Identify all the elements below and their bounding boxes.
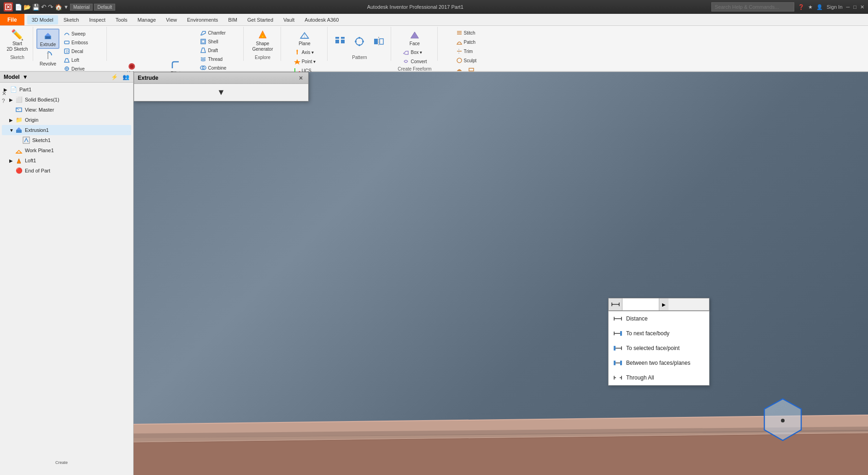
tab-sketch[interactable]: Sketch bbox=[59, 15, 84, 24]
sweep-button[interactable]: Sweep bbox=[61, 30, 104, 38]
dropdown-item-distance[interactable]: Distance bbox=[609, 311, 709, 326]
svg-rect-28 bbox=[341, 37, 345, 39]
tab-3d-model[interactable]: 3D Model bbox=[27, 15, 58, 24]
distance-popup: 7.5 in ▶ Distance To next face/body bbox=[608, 298, 710, 386]
tab-environments[interactable]: Environments bbox=[182, 15, 223, 24]
home-icon[interactable]: 🏠 bbox=[55, 4, 62, 11]
dropdown-item-between[interactable]: Between two faces/planes bbox=[609, 356, 709, 370]
distance-input-field[interactable]: 7.5 in bbox=[622, 298, 659, 310]
loft-button[interactable]: Loft bbox=[61, 56, 104, 64]
revolve-button[interactable]: Revolve bbox=[36, 49, 59, 67]
tree-item-part1[interactable]: ▶ 📄 Part1 bbox=[2, 84, 131, 95]
point-button[interactable]: Point ▾ bbox=[292, 57, 318, 65]
filter-icon[interactable]: ⚡ bbox=[111, 74, 118, 80]
convert-button[interactable]: Convert bbox=[400, 57, 428, 65]
viewport[interactable]: Extrude × ▼ bbox=[134, 72, 868, 475]
svg-rect-2 bbox=[46, 36, 50, 39]
sketch-group-label: Sketch bbox=[10, 54, 24, 60]
emboss-button[interactable]: Emboss bbox=[61, 38, 104, 47]
tree-item-origin[interactable]: ▶ 📁 Origin bbox=[2, 115, 131, 125]
face-button[interactable]: Face bbox=[403, 29, 426, 47]
dropdown-item-through-all[interactable]: Through All bbox=[609, 370, 709, 385]
maximize-btn[interactable]: □ bbox=[853, 4, 856, 10]
file-button[interactable]: File bbox=[0, 14, 24, 25]
between-label: Between two faces/planes bbox=[626, 360, 690, 366]
tab-manage[interactable]: Manage bbox=[133, 15, 161, 24]
dropdown-item-to-selected[interactable]: To selected face/point bbox=[609, 341, 709, 356]
shell-button[interactable]: Shell bbox=[198, 37, 240, 46]
tab-view[interactable]: View bbox=[161, 15, 182, 24]
plane-button[interactable]: Plane bbox=[293, 29, 316, 47]
pattern-circ-button[interactable] bbox=[350, 29, 369, 54]
tree-item-extrusion1[interactable]: ▼ Extrusion1 bbox=[2, 125, 131, 135]
tree-item-view-master[interactable]: ▶ View: Master bbox=[2, 105, 131, 115]
save-icon[interactable]: 💾 bbox=[32, 4, 40, 11]
extrude-dialog-close[interactable]: × bbox=[297, 74, 305, 82]
close-btn[interactable]: ✕ bbox=[860, 4, 864, 10]
thread-button[interactable]: Thread bbox=[198, 55, 240, 63]
sculpt-button[interactable]: Sculpt bbox=[454, 56, 479, 65]
users-icon[interactable]: 👥 bbox=[123, 74, 129, 80]
combine-button[interactable]: Combine bbox=[198, 64, 240, 72]
shell-label: Shell bbox=[208, 39, 218, 44]
tree-item-work-plane1[interactable]: ▶ Work Plane1 bbox=[2, 145, 131, 155]
dropdown-item-to-next[interactable]: To next face/body bbox=[609, 326, 709, 341]
dropdown-icon[interactable]: ▼ bbox=[64, 4, 69, 10]
to-next-label: To next face/body bbox=[626, 330, 669, 337]
extrude-button[interactable]: Extrude bbox=[36, 29, 59, 49]
shell-icon bbox=[199, 38, 207, 45]
redo-icon[interactable]: ↷ bbox=[48, 3, 53, 11]
stitch-button[interactable]: Stitch bbox=[454, 29, 477, 37]
chamfer-button[interactable]: Chamfer bbox=[198, 29, 240, 37]
tree-item-solid-bodies[interactable]: ▶ ⬜ Solid Bodies(1) bbox=[2, 95, 131, 105]
point-icon bbox=[293, 58, 301, 65]
freeform-items: Face Box ▾ Convert bbox=[400, 28, 428, 65]
work-features-items: Plane Axis ▾ Point ▾ bbox=[292, 28, 318, 75]
shape-generator-label: ShapeGenerator bbox=[252, 41, 273, 52]
shape-generator-button[interactable]: ShapeGenerator bbox=[247, 28, 277, 54]
tree-item-end-of-part[interactable]: ▶ 🔴 End of Part bbox=[2, 166, 131, 176]
mirror-button[interactable] bbox=[369, 35, 388, 48]
explore-group-label: Explore bbox=[255, 54, 270, 60]
help-icon[interactable]: ❓ bbox=[798, 4, 804, 10]
decal-button[interactable]: D Decal bbox=[61, 47, 104, 55]
tab-inspect[interactable]: Inspect bbox=[84, 15, 110, 24]
signin-btn[interactable]: Sign In bbox=[827, 4, 842, 10]
axis-button[interactable]: Axis ▾ bbox=[292, 48, 316, 56]
open-icon[interactable]: 📂 bbox=[23, 4, 31, 11]
search-input[interactable] bbox=[711, 2, 794, 12]
between-dd-icon bbox=[613, 358, 622, 368]
panel-help-icon[interactable]: ? bbox=[2, 98, 6, 104]
patch-button[interactable]: Patch bbox=[454, 38, 478, 46]
draft-button[interactable]: Draft bbox=[198, 46, 240, 54]
pattern-rect-button[interactable] bbox=[331, 29, 349, 54]
undo-icon[interactable]: ↶ bbox=[41, 3, 47, 11]
ribbon: ✏️ Start2D Sketch Sketch Extrude bbox=[0, 26, 868, 72]
bookmark-icon[interactable]: ★ bbox=[808, 4, 813, 10]
distance-arrow-btn[interactable]: ▶ bbox=[659, 298, 669, 310]
start-sketch-button[interactable]: ✏️ Start2D Sketch bbox=[5, 28, 30, 54]
tab-get-started[interactable]: Get Started bbox=[243, 15, 278, 24]
tab-vault[interactable]: Vault bbox=[279, 15, 299, 24]
tab-a360[interactable]: Autodesk A360 bbox=[300, 15, 343, 24]
model-dropdown-icon[interactable]: ▼ bbox=[23, 74, 28, 80]
pattern-icons bbox=[331, 29, 369, 54]
minimize-btn[interactable]: ─ bbox=[846, 4, 850, 10]
draft-icon bbox=[199, 47, 207, 54]
tab-tools[interactable]: Tools bbox=[111, 15, 132, 24]
material-dropdown[interactable]: Material bbox=[70, 4, 93, 11]
tree-item-loft1[interactable]: ▶ Loft1 bbox=[2, 155, 131, 166]
surface-items: Stitch Patch Trim bbox=[454, 28, 479, 74]
new-icon[interactable]: 📄 bbox=[15, 4, 22, 11]
end-of-part-label: End of Part bbox=[25, 168, 50, 173]
panel-close-icon[interactable]: ✕ bbox=[2, 90, 6, 97]
trim-button[interactable]: Trim bbox=[454, 47, 475, 55]
default-dropdown[interactable]: Default bbox=[94, 4, 115, 11]
box-freeform-button[interactable]: Box ▾ bbox=[400, 48, 424, 56]
tab-bim[interactable]: BIM bbox=[223, 15, 242, 24]
tree-item-sketch1[interactable]: ▶ Sketch1 bbox=[2, 135, 131, 145]
svg-point-37 bbox=[457, 58, 462, 63]
start-sketch-icon: ✏️ bbox=[12, 30, 23, 41]
user-icon[interactable]: 👤 bbox=[816, 4, 823, 10]
to-selected-label: To selected face/point bbox=[626, 345, 680, 351]
